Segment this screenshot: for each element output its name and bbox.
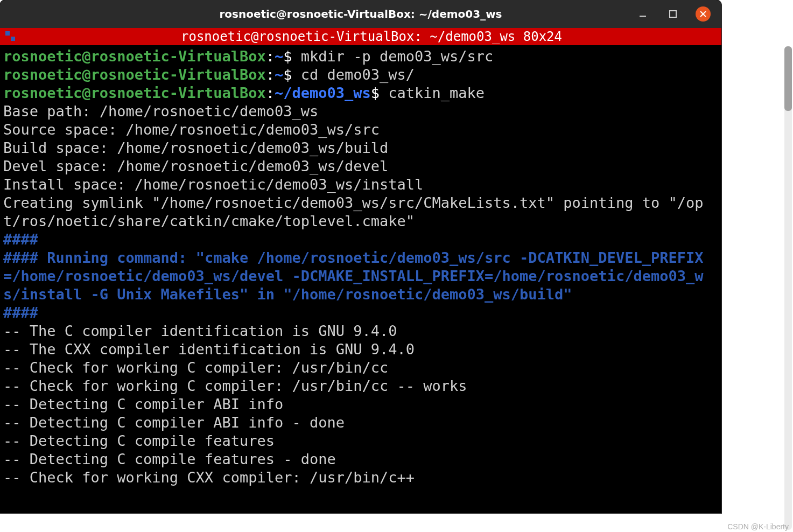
prompt-dollar: $	[283, 48, 292, 65]
terminal-tabbar: rosnoetic@rosnoetic-VirtualBox: ~/demo03…	[0, 28, 721, 45]
command-cd: cd demo03_ws/	[292, 66, 415, 83]
prompt-user-host: rosnoetic@rosnoetic-VirtualBox	[3, 85, 266, 101]
output-in-path: "/home/rosnoetic/demo03_ws/build"	[283, 286, 572, 303]
scrollbar-thumb[interactable]	[784, 46, 792, 111]
close-button[interactable]	[696, 6, 711, 22]
output-block-2: -- The C compiler identification is GNU …	[3, 323, 467, 486]
watermark-text: CSDN @K-Liberty	[727, 522, 789, 531]
output-block-1: Base path: /home/rosnoetic/demo03_ws Sou…	[3, 103, 703, 229]
terminator-logo-icon[interactable]	[0, 28, 22, 45]
svg-rect-1	[670, 11, 676, 17]
prompt-cwd: ~	[275, 48, 283, 65]
output-running-prefix: #### Running command:	[3, 249, 196, 266]
prompt-cwd: ~	[275, 66, 283, 83]
output-hashes: ####	[3, 304, 38, 321]
prompt-cwd: ~/demo03_ws	[275, 85, 371, 101]
svg-rect-0	[640, 16, 646, 17]
output-in-word: in	[248, 286, 283, 303]
svg-rect-5	[11, 31, 15, 36]
command-mkdir: mkdir -p demo03_ws/src	[292, 48, 493, 65]
window-titlebar[interactable]: rosnoetic@rosnoetic-VirtualBox: ~/demo03…	[0, 0, 721, 28]
svg-rect-7	[11, 37, 15, 41]
svg-rect-4	[5, 31, 10, 36]
terminal-window: rosnoetic@rosnoetic-VirtualBox: ~/demo03…	[0, 0, 721, 513]
output-hashes: ####	[3, 231, 38, 248]
window-controls	[635, 0, 711, 28]
maximize-button[interactable]	[665, 6, 680, 22]
svg-rect-6	[5, 37, 10, 41]
terminal-output: rosnoetic@rosnoetic-VirtualBox:~$ mkdir …	[3, 47, 718, 487]
scrollbar-track[interactable]	[784, 46, 792, 530]
prompt-user-host: rosnoetic@rosnoetic-VirtualBox	[3, 48, 266, 65]
terminal-viewport[interactable]: rosnoetic@rosnoetic-VirtualBox:~$ mkdir …	[0, 45, 721, 513]
tab-title: rosnoetic@rosnoetic-VirtualBox: ~/demo03…	[22, 29, 721, 44]
canvas: rosnoetic@rosnoetic-VirtualBox: ~/demo03…	[0, 0, 793, 532]
window-title: rosnoetic@rosnoetic-VirtualBox: ~/demo03…	[9, 8, 713, 20]
command-catkin: catkin_make	[380, 85, 485, 101]
prompt-user-host: rosnoetic@rosnoetic-VirtualBox	[3, 66, 266, 83]
prompt-dollar: $	[283, 66, 292, 83]
prompt-dollar: $	[371, 85, 380, 101]
minimize-button[interactable]	[635, 6, 650, 22]
